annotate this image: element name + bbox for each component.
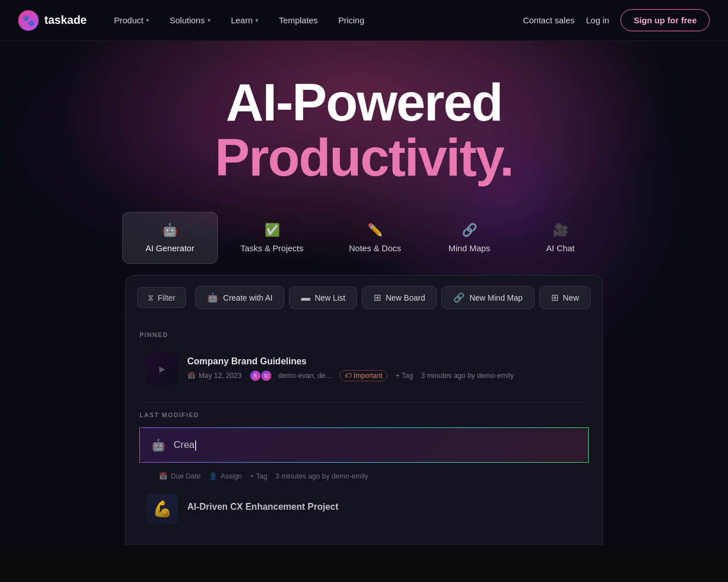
ai-input-container[interactable]: 🤖 Crea — [139, 427, 589, 463]
pencil-icon: ✏️ — [367, 223, 383, 238]
nav-right: Contact sales Log in Sign up for free — [523, 9, 710, 31]
add-tag-button[interactable]: + Tag — [395, 372, 413, 380]
ai-input-meta: 📅 Due Date 👤 Assign + Tag 3 minutes ago … — [139, 472, 589, 480]
person-icon: 👤 — [209, 472, 218, 480]
hero-title: AI-Powered Productivity. — [215, 75, 513, 185]
filter-button[interactable]: ⧖ Filter — [137, 287, 186, 308]
nav-links: Product ▾ Solutions ▾ Learn ▾ Templates … — [105, 11, 523, 30]
navbar: 🐾 taskade Product ▾ Solutions ▾ Learn ▾ … — [0, 0, 728, 41]
logo[interactable]: 🐾 taskade — [18, 10, 87, 31]
network-icon: 🔗 — [462, 223, 477, 238]
calendar-icon: 📅 — [187, 372, 196, 380]
project-name-2: AI-Driven CX Enhancement Project — [187, 502, 582, 512]
logo-icon: 🐾 — [18, 10, 39, 31]
chevron-down-icon: ▾ — [146, 17, 149, 23]
tag-button[interactable]: + Tag — [250, 472, 268, 480]
contact-sales-link[interactable]: Contact sales — [523, 15, 574, 25]
tab-mind-maps[interactable]: 🔗 Mind Maps — [424, 213, 515, 263]
plus-icon: ⊞ — [551, 292, 559, 303]
project-info: Company Brand Guidelines 📅 May 12, 2023 … — [187, 356, 582, 381]
tab-notes-docs[interactable]: ✏️ Notes & Docs — [326, 213, 424, 263]
list-icon: ▬ — [301, 293, 310, 303]
pinned-project-item[interactable]: Company Brand Guidelines 📅 May 12, 2023 … — [139, 345, 589, 393]
hero-title-line2: Productivity. — [215, 130, 513, 185]
assign-button[interactable]: 👤 Assign — [209, 472, 242, 480]
new-list-button[interactable]: ▬ New List — [289, 286, 357, 309]
app-toolbar: ⧖ Filter 🤖 Create with AI ▬ New List ⊞ N… — [126, 276, 602, 320]
mind-map-icon: 🔗 — [453, 292, 465, 303]
nav-item-solutions[interactable]: Solutions ▾ — [160, 11, 220, 30]
ai-last-activity: 3 minutes ago by demo-emily — [275, 472, 368, 480]
project-date: 📅 May 12, 2023 — [187, 372, 242, 380]
tab-ai-chat[interactable]: 🎥 AI Chat — [515, 213, 606, 263]
app-panel: ⧖ Filter 🤖 Create with AI ▬ New List ⊞ N… — [125, 275, 603, 544]
feature-tabs: 🤖 AI Generator ✅ Tasks & Projects ✏️ Not… — [122, 212, 606, 264]
avatar: E — [250, 370, 261, 381]
tag-icon: 🏷 — [345, 372, 351, 380]
new-button[interactable]: ⊞ New — [539, 286, 591, 309]
project-last-activity: 3 minutes ago by demo-emily — [421, 372, 514, 380]
hero-title-line1: AI-Powered — [215, 75, 513, 130]
due-date-button[interactable]: 📅 Due Date — [159, 472, 201, 480]
chevron-down-icon: ▾ — [255, 17, 258, 23]
project-name: Company Brand Guidelines — [187, 356, 582, 367]
pinned-section-label: PINNED — [139, 331, 589, 338]
check-circle-icon: ✅ — [264, 223, 280, 238]
avatar: D — [260, 370, 272, 381]
project-collaborators: E D demo-evan, de... — [250, 370, 332, 381]
new-mind-map-button[interactable]: 🔗 New Mind Map — [441, 286, 534, 309]
panel-content: PINNED Company Brand Guidelines 📅 May 12… — [126, 320, 602, 544]
new-board-button[interactable]: ⊞ New Board — [362, 286, 437, 309]
calendar-icon: 📅 — [159, 472, 168, 480]
project-tag[interactable]: 🏷 Important — [340, 370, 388, 381]
filter-icon: ⧖ — [148, 293, 154, 302]
section-divider — [139, 402, 589, 402]
create-ai-button[interactable]: 🤖 Create with AI — [195, 286, 284, 309]
last-modified-section-label: LAST MODIFIED — [139, 411, 589, 418]
log-in-link[interactable]: Log in — [586, 15, 609, 25]
project-meta: 📅 May 12, 2023 E D demo-evan, de... 🏷 Im… — [187, 370, 582, 381]
project-thumbnail-2: 💪 — [146, 493, 178, 525]
nav-item-product[interactable]: Product ▾ — [105, 11, 159, 30]
nav-item-learn[interactable]: Learn ▾ — [222, 11, 267, 30]
tab-tasks-projects[interactable]: ✅ Tasks & Projects — [218, 213, 326, 263]
hero-section: AI-Powered Productivity. 🤖 AI Generator … — [0, 41, 728, 544]
robot-icon: 🤖 — [162, 223, 177, 238]
logo-text: taskade — [44, 14, 87, 27]
ai-input-field[interactable]: Crea — [173, 439, 196, 451]
project-thumbnail — [146, 353, 178, 385]
last-modified-project-item[interactable]: 💪 AI-Driven CX Enhancement Project — [139, 485, 589, 533]
ai-robot-icon: 🤖 — [151, 438, 166, 452]
signup-button[interactable]: Sign up for free — [621, 9, 710, 31]
nav-item-templates[interactable]: Templates — [270, 11, 326, 30]
ai-icon: 🤖 — [207, 292, 218, 303]
tab-ai-generator[interactable]: 🤖 AI Generator — [122, 212, 218, 264]
video-icon: 🎥 — [553, 223, 568, 238]
chevron-down-icon: ▾ — [208, 17, 210, 23]
nav-item-pricing[interactable]: Pricing — [329, 11, 374, 30]
project-info-2: AI-Driven CX Enhancement Project — [187, 502, 582, 516]
board-icon: ⊞ — [374, 292, 381, 303]
